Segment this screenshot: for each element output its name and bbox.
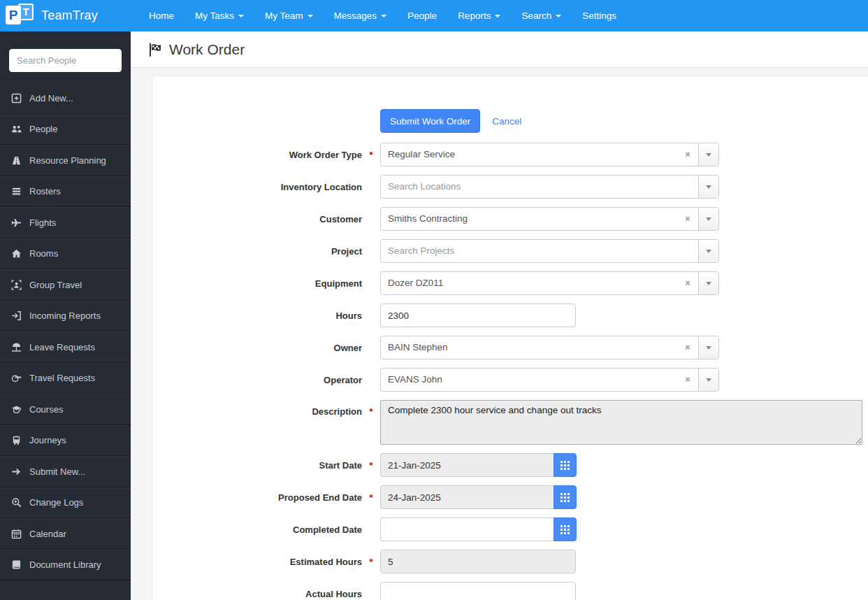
actual-hours-label: Actual Hours — [152, 589, 362, 599]
field-row-proposed-end-date: Proposed End Date * — [152, 485, 868, 509]
dropdown-toggle[interactable] — [698, 143, 718, 166]
sidebar-item-resource-planning[interactable]: Resource Planning — [0, 145, 131, 176]
nav-item-label: My Tasks — [195, 10, 234, 21]
completed-date-label: Completed Date — [152, 524, 362, 535]
clear-icon[interactable]: × — [677, 143, 698, 166]
chevron-down-icon — [495, 15, 500, 17]
description-label: Description — [152, 400, 362, 417]
nav-item-settings[interactable]: Settings — [572, 0, 627, 31]
completed-date-input[interactable] — [380, 517, 554, 541]
nav-item-home[interactable]: Home — [138, 0, 185, 31]
sign-in-icon — [10, 310, 23, 321]
sidebar-item-document-library[interactable]: Document Library — [0, 550, 131, 581]
sidebar-item-flights[interactable]: Flights — [0, 207, 131, 238]
sidebar-item-rosters[interactable]: Rosters — [0, 176, 131, 208]
list-icon — [10, 186, 23, 197]
sidebar-item-label: Travel Requests — [29, 373, 95, 383]
sidebar-item-people[interactable]: People — [0, 114, 131, 145]
navbar-menu: Home My Tasks My Team Messages People Re… — [138, 0, 627, 31]
equipment-label: Equipment — [152, 278, 362, 289]
chevron-down-icon — [706, 217, 711, 221]
sidebar-item-courses[interactable]: Courses — [0, 394, 131, 425]
dropdown-toggle[interactable] — [698, 240, 718, 262]
start-date-calendar-button[interactable] — [554, 453, 577, 477]
operator-select[interactable]: EVANS John × — [380, 368, 719, 392]
sidebar-item-label: Courses — [29, 404, 63, 415]
clear-icon[interactable]: × — [677, 208, 698, 230]
nav-item-my-tasks[interactable]: My Tasks — [185, 0, 254, 31]
actual-hours-input[interactable] — [380, 582, 576, 600]
arrow-right-icon — [10, 466, 23, 477]
graduation-cap-icon — [10, 404, 23, 415]
project-select[interactable]: Search Projects — [380, 239, 719, 263]
nav-item-label: Reports — [458, 10, 491, 21]
sidebar: Add New... People Resource Planning Rost… — [0, 31, 131, 600]
project-placeholder: Search Projects — [381, 240, 698, 262]
bus-icon — [10, 435, 23, 445]
required-marker: * — [362, 400, 380, 417]
nav-item-search[interactable]: Search — [511, 0, 572, 31]
calendar-grid-icon — [560, 493, 570, 502]
owner-select[interactable]: BAIN Stephen × — [380, 336, 719, 359]
group-icon — [10, 280, 23, 290]
estimated-hours-input[interactable] — [380, 550, 576, 573]
nav-item-people[interactable]: People — [397, 0, 447, 31]
sidebar-item-leave-requests[interactable]: Leave Requests — [0, 331, 131, 363]
brand-logo[interactable]: P T TeamTray — [6, 3, 98, 29]
dropdown-toggle[interactable] — [698, 336, 718, 359]
chevron-down-icon — [706, 378, 711, 382]
submit-work-order-button[interactable]: Submit Work Order — [380, 109, 480, 133]
clear-icon[interactable]: × — [677, 336, 698, 359]
top-navbar: P T TeamTray Home My Tasks My Team Messa… — [0, 0, 868, 31]
dropdown-toggle[interactable] — [698, 272, 718, 294]
sidebar-item-add-new[interactable]: Add New... — [0, 83, 131, 114]
sidebar-item-change-logs[interactable]: Change Logs — [0, 487, 131, 519]
sidebar-item-incoming-reports[interactable]: Incoming Reports — [0, 301, 131, 332]
description-textarea[interactable]: Complete 2300 hour service and change ou… — [380, 400, 862, 445]
chevron-down-icon — [706, 185, 711, 189]
equipment-select[interactable]: Dozer DZ011 × — [380, 271, 719, 295]
clear-icon[interactable]: × — [677, 369, 698, 391]
inventory-location-select[interactable]: Search Locations — [380, 175, 719, 199]
users-icon — [10, 124, 23, 134]
required-marker: * — [362, 150, 380, 160]
dropdown-toggle[interactable] — [698, 369, 718, 391]
sidebar-item-label: Change Logs — [29, 497, 83, 508]
sidebar-item-label: Rosters — [29, 186, 61, 197]
sidebar-item-submit-new[interactable]: Submit New... — [0, 456, 131, 487]
plus-square-icon — [10, 93, 23, 103]
dropdown-toggle[interactable] — [698, 208, 718, 230]
logo-letter-p: P — [6, 6, 21, 24]
hours-input[interactable] — [380, 303, 576, 327]
equipment-value: Dozer DZ011 — [381, 272, 677, 294]
completed-date-calendar-button[interactable] — [554, 517, 577, 541]
sidebar-item-label: Rooms — [29, 248, 58, 259]
sidebar-item-calendar[interactable]: Calendar — [0, 518, 131, 550]
calendar-icon — [10, 529, 23, 539]
field-row-project: Project Search Projects — [152, 239, 868, 263]
proposed-end-date-input[interactable] — [380, 485, 554, 509]
clear-icon[interactable]: × — [677, 272, 698, 294]
sidebar-item-journeys[interactable]: Journeys — [0, 425, 131, 457]
start-date-input[interactable] — [380, 453, 554, 477]
nav-item-my-team[interactable]: My Team — [254, 0, 324, 31]
sidebar-item-group-travel[interactable]: Group Travel — [0, 269, 131, 301]
chevron-down-icon — [556, 15, 561, 17]
required-marker: * — [362, 492, 380, 503]
sidebar-item-rooms[interactable]: Rooms — [0, 238, 131, 270]
sidebar-item-travel-requests[interactable]: Travel Requests — [0, 363, 131, 394]
proposed-end-date-calendar-button[interactable] — [554, 485, 577, 509]
work-order-type-select[interactable]: Regular Service × — [380, 143, 719, 166]
nav-item-messages[interactable]: Messages — [324, 0, 398, 31]
search-people-input[interactable] — [9, 49, 122, 72]
operator-value: EVANS John — [381, 369, 677, 391]
work-order-type-label: Work Order Type — [152, 150, 362, 160]
dropdown-toggle[interactable] — [698, 176, 718, 198]
inventory-location-placeholder: Search Locations — [381, 176, 698, 198]
nav-item-reports[interactable]: Reports — [447, 0, 511, 31]
cancel-link[interactable]: Cancel — [492, 116, 521, 127]
field-row-completed-date: Completed Date — [152, 517, 868, 541]
customer-select[interactable]: Smiths Contracting × — [380, 207, 719, 231]
nav-item-label: Home — [149, 10, 174, 21]
customer-label: Customer — [152, 214, 362, 224]
